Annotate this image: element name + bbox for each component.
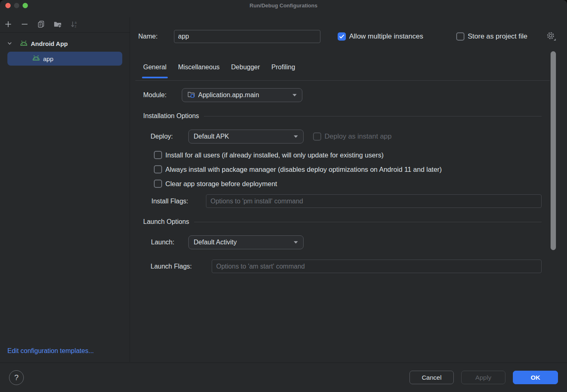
tree-group-android-app[interactable]: Android App <box>0 37 130 50</box>
clear-app-storage-label: Clear app storage before deployment <box>165 180 277 188</box>
run-debug-configurations-dialog: Run/Debug Configurations <box>0 0 567 392</box>
deploy-dropdown[interactable]: Default APK <box>188 130 304 144</box>
chevron-down-icon[interactable] <box>7 42 12 45</box>
launch-value: Default Activity <box>194 239 237 246</box>
tree-item-label: app <box>43 55 53 62</box>
deploy-value: Default APK <box>194 133 229 140</box>
always-install-with-package-manager-label: Always install with package manager (dis… <box>165 166 442 173</box>
installation-options-title: Installation Options <box>143 112 199 120</box>
checkbox-unchecked-icon[interactable] <box>154 151 162 159</box>
help-button[interactable]: ? <box>9 370 24 385</box>
checkbox-unchecked-icon <box>313 132 321 141</box>
sidebar-toolbar: a z <box>0 17 130 33</box>
tab-debugger[interactable]: Debugger <box>231 64 260 78</box>
deploy-as-instant-app-label: Deploy as instant app <box>325 132 392 141</box>
sort-configurations-button[interactable]: a z <box>70 21 78 29</box>
configurations-tree: Android App app <box>0 33 130 66</box>
configuration-editor: Name: Allow multiple instances Store as … <box>130 17 567 362</box>
install-for-all-users-checkbox[interactable]: Install for all users (if already instal… <box>154 151 384 159</box>
tab-general[interactable]: General <box>143 64 167 78</box>
cancel-button[interactable]: Cancel <box>409 371 454 384</box>
module-label: Module: <box>143 88 167 102</box>
store-as-project-file-label: Store as project file <box>468 32 528 41</box>
checkbox-checked-icon[interactable] <box>338 32 346 41</box>
ok-button[interactable]: OK <box>513 371 558 384</box>
name-input[interactable] <box>174 30 320 43</box>
add-configuration-button[interactable] <box>4 21 12 29</box>
apply-button: Apply <box>461 371 505 384</box>
install-for-all-users-label: Install for all users (if already instal… <box>165 151 384 159</box>
install-flags-input[interactable] <box>206 194 542 208</box>
checkbox-unchecked-icon[interactable] <box>154 165 162 173</box>
checkbox-unchecked-icon[interactable] <box>456 32 464 41</box>
configurations-sidebar: a z Android App <box>0 17 130 362</box>
dropdown-arrow-icon <box>293 135 298 138</box>
remove-configuration-button[interactable] <box>21 21 29 29</box>
copy-configuration-button[interactable] <box>37 21 45 29</box>
tab-profiling[interactable]: Profiling <box>272 64 295 78</box>
deploy-as-instant-app-checkbox: Deploy as instant app <box>313 132 392 141</box>
gear-icon <box>546 36 556 43</box>
tree-item-app[interactable]: app <box>7 52 122 66</box>
launch-flags-input[interactable] <box>212 260 542 273</box>
android-icon <box>32 55 40 63</box>
footer-buttons: Cancel Apply OK <box>409 371 558 384</box>
allow-multiple-instances-checkbox[interactable]: Allow multiple instances <box>338 32 423 41</box>
window-title: Run/Debug Configurations <box>0 2 567 9</box>
module-folder-icon <box>187 90 195 100</box>
store-as-project-file-checkbox[interactable]: Store as project file <box>456 32 528 41</box>
clear-app-storage-checkbox[interactable]: Clear app storage before deployment <box>154 180 277 188</box>
copy-icon <box>37 20 45 30</box>
launch-dropdown[interactable]: Default Activity <box>188 235 304 249</box>
section-divider <box>204 116 542 116</box>
launch-options-section: Launch Options <box>143 218 542 226</box>
svg-text:z: z <box>75 24 76 28</box>
add-icon <box>4 20 12 30</box>
new-folder-icon <box>53 20 62 30</box>
always-install-with-package-manager-checkbox[interactable]: Always install with package manager (dis… <box>154 165 442 173</box>
dialog-footer: ? Cancel Apply OK <box>0 362 567 392</box>
tree-group-label: Android App <box>31 40 68 47</box>
tab-miscellaneous[interactable]: Miscellaneous <box>178 64 219 78</box>
name-label: Name: <box>138 30 158 43</box>
edit-configuration-templates-link[interactable]: Edit configuration templates... <box>7 347 94 355</box>
dropdown-arrow-icon <box>292 93 297 97</box>
store-settings-gear-button[interactable] <box>546 31 556 43</box>
new-folder-button[interactable] <box>53 21 62 29</box>
installation-options-section: Installation Options <box>143 112 542 120</box>
title-bar: Run/Debug Configurations <box>0 0 567 17</box>
remove-icon <box>21 20 29 30</box>
section-divider <box>194 222 542 222</box>
tab-divider <box>135 80 550 81</box>
launch-flags-label: Launch Flags: <box>151 260 192 273</box>
sort-alphabetically-icon: a z <box>70 20 78 30</box>
dropdown-arrow-icon <box>293 241 298 244</box>
vertical-scrollbar[interactable] <box>551 51 556 250</box>
launch-options-title: Launch Options <box>143 218 189 226</box>
allow-multiple-instances-label: Allow multiple instances <box>349 32 423 41</box>
install-flags-label: Install Flags: <box>151 194 188 208</box>
deploy-label: Deploy: <box>151 130 173 144</box>
android-icon <box>20 40 28 48</box>
tab-bar: General Miscellaneous Debugger Profiling <box>143 64 295 78</box>
module-dropdown[interactable]: Application.app.main <box>182 88 302 102</box>
module-value: Application.app.main <box>198 91 259 99</box>
help-icon: ? <box>14 373 19 382</box>
launch-label: Launch: <box>151 235 174 249</box>
checkbox-unchecked-icon[interactable] <box>154 180 162 188</box>
